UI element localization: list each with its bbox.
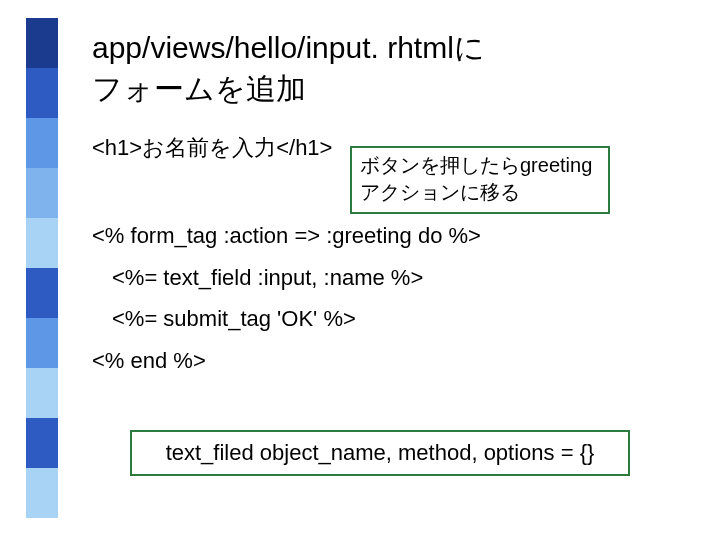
sidebar-block [26,68,58,118]
title-line-2: フォームを追加 [92,69,692,110]
sidebar-block [26,218,58,268]
code-line-submit: <%= submit_tag 'OK' %> [92,298,692,340]
title-line-1: app/views/hello/input. rhtmlに [92,28,692,69]
code-line-textfield: <%= text_field :input, :name %> [92,257,692,299]
sidebar-block [26,368,58,418]
sidebar-block [26,418,58,468]
sidebar-block [26,118,58,168]
callout1-line1: ボタンを押したらgreeting [360,152,600,179]
code-line-end: <% end %> [92,340,692,382]
decorative-sidebar [26,18,58,518]
sidebar-block [26,468,58,518]
sidebar-block [26,168,58,218]
slide-title: app/views/hello/input. rhtmlに フォームを追加 [92,28,692,109]
callout-greeting-action: ボタンを押したらgreeting アクションに移る [350,146,610,214]
sidebar-block [26,18,58,68]
slide-stage: app/views/hello/input. rhtmlに フォームを追加 <h… [0,0,720,540]
callout2-text: text_filed object_name, method, options … [166,440,595,465]
callout-textfield-signature: text_filed object_name, method, options … [130,430,630,476]
sidebar-block [26,268,58,318]
sidebar-block [26,318,58,368]
callout1-line2: アクションに移る [360,179,600,206]
code-line-formtag: <% form_tag :action => :greeting do %> [92,215,692,257]
